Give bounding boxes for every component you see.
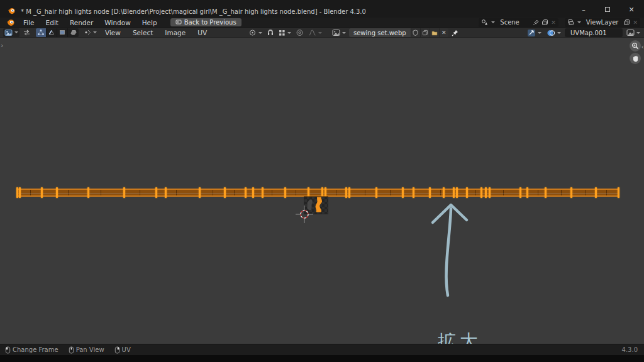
window-title: * M _G_hair high lights node [D:\Blender… xyxy=(21,8,366,15)
proportional-edit-toggle[interactable] xyxy=(294,28,305,37)
vertex-select-button[interactable] xyxy=(36,28,47,37)
island-select-button[interactable] xyxy=(68,28,79,37)
uv-seam-tick[interactable] xyxy=(519,187,521,198)
uv-seam-tick[interactable] xyxy=(284,187,286,198)
uv-edge-separator xyxy=(336,190,336,195)
window-controls: – ✕ xyxy=(575,4,640,14)
zoom-button[interactable] xyxy=(630,40,641,52)
editor-type-dropdown[interactable] xyxy=(3,28,19,37)
uv-menu-uv[interactable]: UV xyxy=(192,29,212,36)
uv-menu-image[interactable]: Image xyxy=(160,29,191,36)
blender-menu-icon[interactable] xyxy=(4,18,18,27)
unlink-x-icon[interactable]: ✕ xyxy=(439,28,448,37)
viewlayer-selector[interactable]: ViewLayer ✕ xyxy=(565,18,640,27)
gizmos-dropdown[interactable] xyxy=(526,28,543,37)
display-channels-icon xyxy=(626,29,635,36)
pin-icon[interactable] xyxy=(533,19,539,26)
back-to-previous-button[interactable]: Back to Previous xyxy=(170,18,242,26)
uv-header-center: sewing set.webp ✕ xyxy=(247,28,460,38)
viewlayer-name: ViewLayer xyxy=(584,19,621,26)
menu-file[interactable]: File xyxy=(18,19,40,26)
uv-strip-band[interactable] xyxy=(16,189,619,197)
fake-user-shield-icon[interactable] xyxy=(411,28,420,37)
uv-editor-viewport[interactable]: › ‹ xyxy=(0,38,644,344)
uv-seam-tick[interactable] xyxy=(123,187,125,198)
menu-help[interactable]: Help xyxy=(136,19,163,26)
uv-menu-select[interactable]: Select xyxy=(128,29,158,36)
app-blender-icon xyxy=(8,7,16,15)
falloff-curve-icon xyxy=(308,29,316,36)
uv-seam-tick[interactable] xyxy=(595,187,597,198)
display-channels-dropdown[interactable] xyxy=(625,28,641,37)
uv-seam-tick[interactable] xyxy=(375,187,377,198)
uv-menu-view[interactable]: View xyxy=(100,29,126,36)
pin-image-toggle[interactable] xyxy=(450,28,460,37)
uv-seam-tick[interactable] xyxy=(402,187,404,198)
uv-map-name: UVMap.001 xyxy=(570,30,607,36)
back-to-previous-label: Back to Previous xyxy=(184,19,236,26)
status-bar: Change Frame Pan View UV 4.3.0 xyxy=(0,344,644,355)
uv-seam-tick[interactable] xyxy=(165,187,167,198)
duplicate-copy-icon[interactable] xyxy=(420,28,430,37)
image-name-field[interactable]: sewing set.webp xyxy=(349,28,411,37)
uv-seam-tick[interactable] xyxy=(245,187,247,198)
uv-seam-tick[interactable] xyxy=(348,187,350,198)
minimize-icon[interactable]: – xyxy=(575,4,592,14)
face-select-button[interactable] xyxy=(57,28,68,37)
2d-cursor xyxy=(296,206,313,223)
uv-seam-tick[interactable] xyxy=(16,187,18,198)
edge-select-button[interactable] xyxy=(47,28,57,37)
pivot-point-dropdown[interactable] xyxy=(247,28,264,37)
menu-window[interactable]: Window xyxy=(99,19,136,26)
chevron-down-icon xyxy=(14,31,18,33)
uv-seam-tick[interactable] xyxy=(262,187,264,198)
uv-edge-separator xyxy=(272,190,272,195)
chevron-down-icon xyxy=(577,21,581,23)
uv-header-right: UVMap.001 xyxy=(526,28,641,38)
menu-render[interactable]: Render xyxy=(64,19,99,26)
uv-seam-tick[interactable] xyxy=(199,187,201,198)
chevron-down-icon xyxy=(557,32,561,34)
close-icon[interactable]: ✕ xyxy=(623,4,640,14)
uv-seam-tick[interactable] xyxy=(19,187,21,198)
uv-map-name-field[interactable]: UVMap.001 xyxy=(565,28,623,37)
uv-seam-tick[interactable] xyxy=(545,187,547,198)
uv-seam-tick[interactable] xyxy=(41,187,43,198)
proportional-edit-icon xyxy=(296,29,304,36)
uv-editor-header: View Select Image UV xyxy=(0,28,644,38)
uv-seam-tick[interactable] xyxy=(155,187,157,198)
falloff-dropdown[interactable] xyxy=(307,28,323,37)
chevron-down-icon xyxy=(93,31,97,33)
open-folder-icon[interactable] xyxy=(430,28,439,37)
window-bottom-edge xyxy=(0,355,644,362)
maximize-icon[interactable] xyxy=(599,4,616,14)
uv-edge-separator xyxy=(234,190,235,195)
uv-seam-tick[interactable] xyxy=(570,187,572,198)
uv-seam-tick[interactable] xyxy=(252,187,254,198)
new-copy-icon[interactable] xyxy=(541,19,548,26)
menu-edit[interactable]: Edit xyxy=(40,19,64,26)
uv-sync-toggle[interactable] xyxy=(21,28,32,37)
toolbar-expand-arrow-icon[interactable]: › xyxy=(1,41,3,50)
uv-seam-tick[interactable] xyxy=(56,187,58,198)
new-copy-icon[interactable] xyxy=(623,19,630,26)
image-browse-dropdown[interactable] xyxy=(331,28,347,37)
uv-seam-tick[interactable] xyxy=(413,187,414,198)
snap-toggle[interactable] xyxy=(265,28,275,37)
overlays-dropdown[interactable] xyxy=(545,28,562,37)
pan-button[interactable] xyxy=(630,53,641,64)
uv-seam-tick[interactable] xyxy=(618,187,619,198)
statusbar-hint-label: Pan View xyxy=(76,346,104,353)
uv-seam-tick[interactable] xyxy=(224,187,226,198)
uv-seam-tick[interactable] xyxy=(345,187,347,198)
snap-target-dropdown[interactable] xyxy=(277,28,292,37)
sticky-selection-dropdown[interactable] xyxy=(82,28,98,37)
uv-seam-tick[interactable] xyxy=(526,187,528,198)
mouse-right-button-icon xyxy=(114,346,120,354)
uv-edge-separator xyxy=(606,190,607,195)
screen-back-arrow-icon xyxy=(175,19,182,25)
uv-seam-tick[interactable] xyxy=(87,187,89,198)
scene-selector[interactable]: Scene ✕ xyxy=(479,18,558,27)
chevron-down-icon xyxy=(342,32,346,34)
sidebar-expand-arrow-icon[interactable]: ‹ xyxy=(641,43,644,51)
